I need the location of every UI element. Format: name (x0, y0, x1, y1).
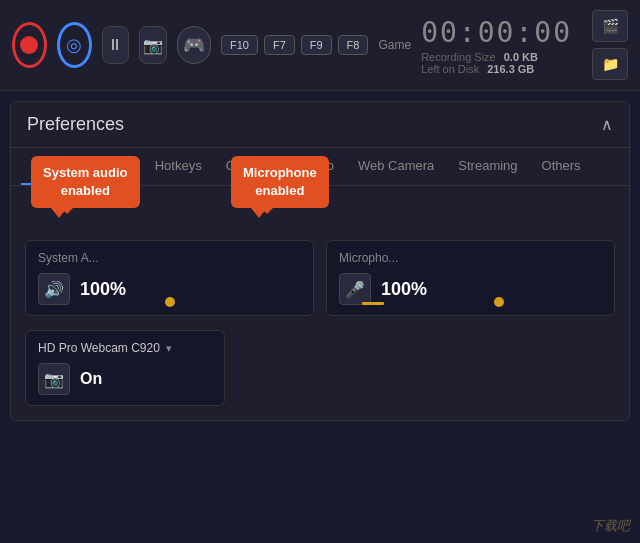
stream-button[interactable]: ◎ (57, 22, 92, 68)
microphone-title: Micropho... (339, 251, 602, 265)
game-button[interactable]: 🎮 (177, 26, 211, 64)
system-audio-icon[interactable]: 🔊 (38, 273, 70, 305)
tab-hotkeys[interactable]: Hotkeys (143, 148, 214, 185)
preferences-header: Preferences ∧ (11, 102, 629, 148)
recording-size-label: Recording Size (421, 51, 496, 63)
timer-display: 00:00:00 (421, 16, 572, 49)
gamepad-icon: 🎮 (183, 34, 205, 56)
tooltip-microphone: Microphoneenabled (231, 156, 329, 208)
camera-button[interactable]: 📷 (139, 26, 167, 64)
hotkey-group: F10 F7 F9 F8 (221, 35, 369, 55)
recording-size-value: 0.0 KB (504, 51, 538, 63)
preferences-panel: Preferences ∧ Devices Files Hotkeys Over… (10, 101, 630, 421)
timer-area: 00:00:00 Recording Size 0.0 KB Left on D… (421, 16, 572, 75)
side-icon-folder[interactable]: 📁 (592, 48, 628, 80)
collapse-button[interactable]: ∧ (601, 115, 613, 134)
record-icon (20, 36, 38, 54)
webcam-device-name: HD Pro Webcam C920 (38, 341, 160, 355)
system-audio-card: System A... 🔊 100% (25, 240, 314, 316)
webcam-row: 📷 On (38, 363, 212, 395)
hotkey-f9[interactable]: F9 (301, 35, 332, 55)
hotkey-f7[interactable]: F7 (264, 35, 295, 55)
tab-webcamera[interactable]: Web Camera (346, 148, 446, 185)
hotkey-f8[interactable]: F8 (338, 35, 369, 55)
microphone-row: 🎤 100% (339, 273, 602, 305)
tab-others[interactable]: Others (530, 148, 593, 185)
speaker-icon: 🔊 (44, 280, 64, 299)
camera-icon: 📷 (143, 36, 163, 55)
hotkey-f10[interactable]: F10 (221, 35, 258, 55)
tab-content-devices: System audioenabled Microphoneenabled Sy… (11, 186, 629, 420)
webcam-title-row: HD Pro Webcam C920 ▾ (38, 341, 212, 355)
microphone-icon[interactable]: 🎤 (339, 273, 371, 305)
game-label: Game (378, 38, 411, 52)
system-audio-indicator (165, 297, 175, 307)
microphone-indicator (494, 297, 504, 307)
mic-icon: 🎤 (345, 280, 365, 299)
tooltip-system-audio: System audioenabled (31, 156, 140, 208)
left-on-disk-label: Left on Disk (421, 63, 479, 75)
webcam-card: HD Pro Webcam C920 ▾ 📷 On (25, 330, 225, 406)
system-audio-volume: 100% (80, 279, 126, 300)
camera-device-icon: 📷 (44, 370, 64, 389)
left-on-disk-value: 216.3 GB (487, 63, 534, 75)
tab-streaming[interactable]: Streaming (446, 148, 529, 185)
stream-icon: ◎ (66, 34, 82, 56)
film-icon: 🎬 (602, 18, 619, 34)
pause-icon: ⏸ (107, 36, 123, 54)
webcam-dropdown-arrow[interactable]: ▾ (166, 342, 172, 355)
toolbar: ◎ ⏸ 📷 🎮 F10 F7 F9 F8 Game 00:00:00 (0, 0, 640, 91)
timer-info: Recording Size 0.0 KB Left on Disk 216.3… (421, 51, 572, 75)
system-audio-title: System A... (38, 251, 301, 265)
microphone-volume: 100% (381, 279, 427, 300)
microphone-card: Micropho... 🎤 100% (326, 240, 615, 316)
watermark: 下载吧 (591, 517, 630, 535)
audio-cards: System A... 🔊 100% Micropho... 🎤 (25, 240, 615, 316)
folder-icon: 📁 (602, 56, 619, 72)
webcam-status: On (80, 370, 102, 388)
side-icon-film[interactable]: 🎬 (592, 10, 628, 42)
webcam-icon[interactable]: 📷 (38, 363, 70, 395)
pause-button[interactable]: ⏸ (102, 26, 130, 64)
side-icons: 🎬 📁 (592, 10, 628, 80)
record-button[interactable] (12, 22, 47, 68)
mic-level-indicator (362, 302, 384, 305)
preferences-title: Preferences (27, 114, 124, 135)
